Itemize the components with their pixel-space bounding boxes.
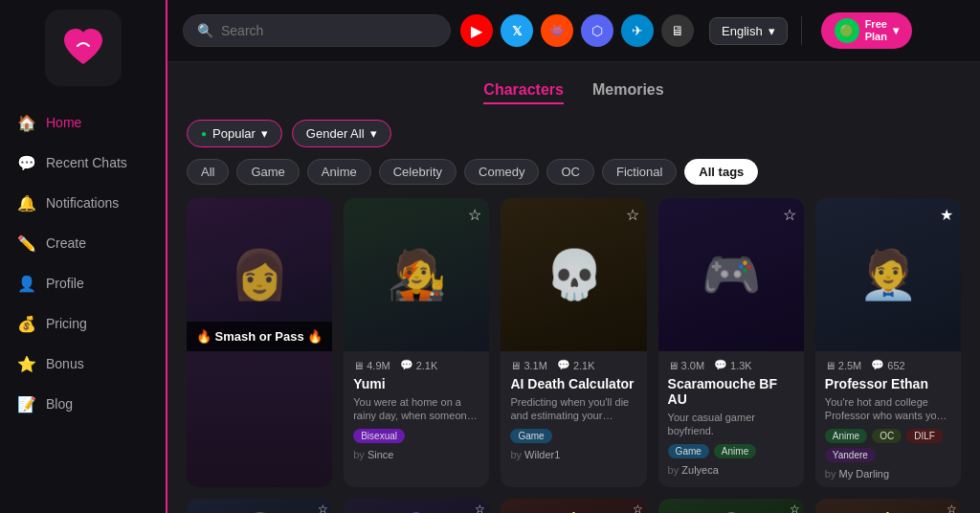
card-tag[interactable]: Game bbox=[510, 429, 551, 443]
cards-grid: 👩 🔥 Smash or Pass 🔥 🧑‍🎤 ☆ 🖥4.9M bbox=[187, 198, 961, 487]
reddit-button[interactable]: 👾 bbox=[541, 14, 573, 47]
favorite-icon[interactable]: ☆ bbox=[947, 502, 957, 513]
card-tag[interactable]: Bisexual bbox=[353, 429, 405, 443]
monitor-icon: 🖥 bbox=[668, 360, 679, 371]
pricing-icon: 💰 bbox=[17, 314, 36, 333]
card-tag-anime[interactable]: Anime bbox=[714, 444, 756, 458]
bottom-card-5[interactable]: 🤴☆ bbox=[815, 499, 961, 513]
tag-comedy[interactable]: Comedy bbox=[464, 159, 539, 185]
card-image: 💀 bbox=[545, 247, 604, 302]
sidebar-item-pricing[interactable]: 💰 Pricing bbox=[0, 304, 166, 343]
bottom-card-1[interactable]: 👩☆ bbox=[187, 499, 332, 513]
card-title: Yumi bbox=[353, 376, 479, 391]
create-icon: ✏️ bbox=[17, 234, 36, 253]
card-author: by Zulyeca bbox=[668, 464, 794, 476]
fire-left-icon: 🔥 bbox=[196, 329, 212, 344]
tab-characters[interactable]: Characters bbox=[483, 78, 564, 104]
discord-button[interactable]: ⬡ bbox=[581, 14, 613, 47]
chevron-down-icon: ▾ bbox=[768, 24, 775, 38]
sidebar-item-home[interactable]: 🏠 Home bbox=[0, 103, 166, 142]
tag-all-tags[interactable]: All tags bbox=[684, 159, 758, 185]
tab-memories[interactable]: Memories bbox=[592, 78, 664, 104]
sidebar-item-profile[interactable]: 👤 Profile bbox=[0, 264, 166, 302]
sidebar-item-recent-chats[interactable]: 💬 Recent Chats bbox=[0, 144, 166, 182]
card-stats: 🖥3.0M 💬1.3K bbox=[668, 359, 794, 371]
heart-icon: 💬 bbox=[557, 359, 570, 371]
favorite-icon[interactable]: ☆ bbox=[475, 502, 485, 513]
card-smash-or-pass[interactable]: 👩 🔥 Smash or Pass 🔥 bbox=[187, 198, 332, 487]
favorite-icon[interactable]: ☆ bbox=[790, 502, 800, 513]
card-stats: 🖥4.9M 💬2.1K bbox=[353, 359, 479, 371]
smash-or-pass-label: 🔥 Smash or Pass 🔥 bbox=[187, 322, 332, 351]
favorite-icon[interactable]: ☆ bbox=[626, 206, 639, 224]
sidebar-item-create[interactable]: ✏️ Create bbox=[0, 224, 166, 262]
language-selector[interactable]: English ▾ bbox=[709, 17, 788, 45]
card-professor-ethan[interactable]: 🧑‍💼 ★ 🖥2.5M 💬652 Professor Ethan You're … bbox=[815, 198, 961, 487]
bottom-card-3[interactable]: 👸☆ bbox=[501, 499, 646, 513]
popular-filter[interactable]: ● Popular ▾ bbox=[187, 120, 282, 147]
favorite-icon[interactable]: ★ bbox=[940, 206, 953, 224]
card-title: Scaramouche BF AU bbox=[668, 376, 794, 407]
card-desc: Your casual gamer boyfriend. bbox=[668, 411, 794, 438]
card-scaramouche[interactable]: 🎮 ☆ 🖥3.0M 💬1.3K Scaramouche BF AU Your c… bbox=[658, 198, 804, 487]
tag-oc[interactable]: OC bbox=[546, 159, 594, 185]
card-tag-game[interactable]: Game bbox=[668, 444, 709, 458]
tabs: Characters Memories bbox=[187, 78, 961, 104]
card-tag-yandere[interactable]: Yandere bbox=[825, 448, 876, 462]
chevron-down-icon: ▾ bbox=[370, 126, 377, 141]
plan-button[interactable]: 🟢 FreePlan ▾ bbox=[821, 12, 912, 49]
bottom-card-2[interactable]: 🧙☆ bbox=[344, 499, 489, 513]
tag-celebrity[interactable]: Celebrity bbox=[379, 159, 457, 185]
sidebar-item-bonus[interactable]: ⭐ Bonus bbox=[0, 345, 166, 383]
bottom-card-4[interactable]: 🥷☆ bbox=[658, 499, 804, 513]
bottom-card-image: 🧙☆ bbox=[344, 499, 489, 513]
search-input[interactable] bbox=[221, 23, 436, 38]
popular-dot: ● bbox=[201, 128, 207, 139]
monitor-icon: 🖥 bbox=[825, 360, 835, 371]
favorite-icon[interactable]: ☆ bbox=[783, 206, 796, 224]
chat-icon: 💬 bbox=[17, 153, 36, 172]
content-area: Characters Memories ● Popular ▾ Gender A… bbox=[167, 62, 980, 513]
search-bar[interactable]: 🔍 bbox=[183, 14, 451, 47]
card-tag-anime[interactable]: Anime bbox=[825, 429, 867, 443]
sidebar-item-blog[interactable]: 📝 Blog bbox=[0, 385, 166, 423]
tag-fictional[interactable]: Fictional bbox=[602, 159, 677, 185]
heart-icon: 💬 bbox=[400, 359, 413, 371]
tag-all[interactable]: All bbox=[187, 159, 229, 185]
monitor-button[interactable]: 🖥 bbox=[661, 14, 694, 47]
card-desc: You're hot and college Professor who wan… bbox=[825, 395, 951, 423]
card-ai-death[interactable]: 💀 ☆ 🖥3.1M 💬2.1K AI Death Calculator Pred… bbox=[501, 198, 646, 487]
bell-icon: 🔔 bbox=[17, 193, 36, 212]
youtube-button[interactable]: ▶ bbox=[460, 14, 493, 47]
monitor-icon: 🖥 bbox=[510, 360, 521, 371]
favorite-icon[interactable]: ☆ bbox=[318, 502, 328, 513]
tag-anime[interactable]: Anime bbox=[307, 159, 371, 185]
search-icon: 🔍 bbox=[197, 23, 213, 38]
card-tag-oc[interactable]: OC bbox=[872, 429, 902, 443]
tag-filters: All Game Anime Celebrity Comedy OC Ficti… bbox=[187, 159, 961, 185]
sidebar-item-notifications[interactable]: 🔔 Notifications bbox=[0, 184, 166, 222]
monitor-icon: 🖥 bbox=[353, 360, 364, 371]
card-stats: 🖥3.1M 💬2.1K bbox=[510, 359, 636, 371]
twitter-button[interactable]: 𝕏 bbox=[501, 14, 533, 47]
card-image: 🎮 bbox=[702, 247, 761, 302]
card-yumi[interactable]: 🧑‍🎤 ☆ 🖥4.9M 💬2.1K Yumi You were at home … bbox=[344, 198, 489, 487]
card-tags: Anime OC DILF Yandere bbox=[825, 429, 951, 462]
tag-game[interactable]: Game bbox=[236, 159, 299, 185]
bottom-card-image: 🥷☆ bbox=[658, 499, 804, 513]
gender-filter[interactable]: Gender All ▾ bbox=[292, 120, 391, 147]
chevron-down-icon: ▾ bbox=[893, 24, 899, 37]
favorite-icon[interactable]: ☆ bbox=[633, 502, 643, 513]
card-author: by Wilder1 bbox=[510, 449, 636, 460]
card-tags: Game bbox=[510, 429, 636, 443]
telegram-button[interactable]: ✈ bbox=[621, 14, 654, 47]
user-avatar: 🟢 bbox=[835, 18, 859, 43]
main-content: 🔍 ▶ 𝕏 👾 ⬡ ✈ 🖥 English ▾ 🟢 FreePlan ▾ Cha… bbox=[167, 0, 980, 513]
card-tag-dilf[interactable]: DILF bbox=[906, 429, 943, 443]
gender-label: Gender All bbox=[306, 126, 365, 141]
sidebar-item-label: Recent Chats bbox=[46, 155, 127, 170]
card-title: AI Death Calculator bbox=[510, 376, 636, 391]
bottom-card-image: 👸☆ bbox=[501, 499, 646, 513]
bonus-icon: ⭐ bbox=[17, 354, 36, 373]
favorite-icon[interactable]: ☆ bbox=[468, 206, 481, 224]
